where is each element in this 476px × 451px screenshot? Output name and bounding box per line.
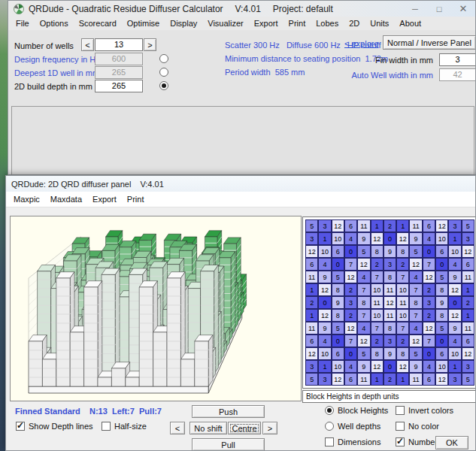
menu-item-file[interactable]: File <box>11 19 35 28</box>
menu-item-export[interactable]: Export <box>249 19 283 28</box>
panel-version-label: V:4.01 <box>140 180 163 189</box>
menu-item-maxpic[interactable]: Maxpic <box>8 195 45 204</box>
normal-inverse-panel-button[interactable]: Normal / Inverse Panel <box>383 35 476 50</box>
wells-decrement-button[interactable]: < <box>81 38 94 51</box>
menu-item-2d[interactable]: 2D <box>344 19 365 28</box>
grid-cell: 7 <box>409 283 422 296</box>
grid-cell: 0 <box>435 258 448 271</box>
centre-button[interactable]: Centre <box>228 422 261 434</box>
design-frequency-label: Design frequency in Hz <box>14 55 100 64</box>
grid-cell: 5 <box>332 322 344 334</box>
grid-cell: 11 <box>384 309 396 322</box>
2d-build-depth-field[interactable]: 265 <box>95 80 143 92</box>
auto-well-width-field[interactable]: 42 <box>439 68 476 81</box>
ok-button[interactable]: OK <box>435 436 468 449</box>
grid-cell: 8 <box>371 347 384 360</box>
grid-cell: 11 <box>357 373 370 386</box>
grid-cell: 1 <box>305 309 318 322</box>
menu-item-maxdata[interactable]: Maxdata <box>45 195 87 204</box>
number-of-wells-field[interactable]: 13 <box>95 38 143 51</box>
wells-increment-button[interactable]: > <box>144 38 156 51</box>
grid-cell: 7 <box>357 309 370 322</box>
well-depths-radio[interactable]: Well depths <box>325 422 380 431</box>
menu-item-scorecard[interactable]: Scorecard <box>74 19 122 28</box>
grid-cell: 7 <box>344 258 357 271</box>
no-shift-button[interactable]: No shift <box>189 422 227 434</box>
block-heights-grid: 5312611121116123531104912012941013121060… <box>305 219 474 386</box>
grid-cell: 12 <box>409 258 422 271</box>
version-label: V:4.01 <box>235 4 261 14</box>
grid-cell: 12 <box>409 334 422 347</box>
grid-cell: 0 <box>435 334 448 347</box>
grid-cell: 3 <box>318 373 331 386</box>
half-size-checkbox[interactable]: Half-size <box>102 422 147 431</box>
grid-cell: 12 <box>344 271 357 283</box>
grid-cell: 11 <box>371 296 384 309</box>
grid-cell: 10 <box>435 232 448 245</box>
2d-build-depth-radio[interactable] <box>159 81 168 90</box>
minimize-icon[interactable]: ─ <box>403 1 427 17</box>
panel-titlebar[interactable]: QRDude: 2D QRD diffuser panel V:4.01 <box>6 176 475 192</box>
diffuser-3d-view <box>10 216 302 401</box>
grid-cell: 5 <box>332 271 344 283</box>
design-frequency-field[interactable]: 600 <box>95 53 143 65</box>
grid-cell: 7 <box>396 271 409 283</box>
grid-cell: 1 <box>462 309 474 322</box>
grid-cell: 9 <box>384 347 396 360</box>
grid-cell: 1 <box>318 360 331 373</box>
grid-cell: 12 <box>332 219 344 232</box>
menu-item-visualizer[interactable]: Visualizer <box>202 19 249 28</box>
dimensions-checkbox[interactable]: Dimensions <box>325 437 380 446</box>
explore-link[interactable]: < explore <box>344 39 379 48</box>
menu-item-display[interactable]: Display <box>165 19 202 28</box>
grid-cell: 4 <box>409 322 422 334</box>
grid-cell: 5 <box>409 245 422 258</box>
grid-cell: 12 <box>448 283 461 296</box>
main-titlebar[interactable]: QRDude - Quadratic Residue Diffuser Calc… <box>8 1 475 17</box>
menu-item-export[interactable]: Export <box>87 195 122 204</box>
close-icon[interactable]: ✕ <box>451 1 475 17</box>
invert-colors-checkbox[interactable]: Invert colors <box>396 406 453 415</box>
grid-cell: 2 <box>423 309 435 322</box>
pull-button[interactable]: Pull <box>192 438 265 451</box>
grid-cell: 11 <box>409 373 422 386</box>
grid-cell: 2 <box>344 283 357 296</box>
grid-cell: 12 <box>318 309 331 322</box>
grid-cell: 12 <box>305 347 318 360</box>
grid-cell: 6 <box>423 373 435 386</box>
maximize-icon[interactable]: □ <box>427 1 451 17</box>
grid-cell: 12 <box>384 296 396 309</box>
grid-cell: 6 <box>423 219 435 232</box>
grid-cell: 2 <box>371 258 384 271</box>
grid-cell: 9 <box>357 232 370 245</box>
menu-item-optimise[interactable]: Optimise <box>122 19 165 28</box>
shift-right-button[interactable]: > <box>262 422 277 434</box>
grid-cell: 8 <box>435 283 448 296</box>
menu-item-options[interactable]: Options <box>35 19 74 28</box>
grid-cell: 12 <box>371 232 384 245</box>
menu-item-print[interactable]: Print <box>283 19 311 28</box>
grid-cell: 5 <box>435 322 448 334</box>
deepest-1d-well-radio[interactable] <box>159 68 168 77</box>
grid-cell: 10 <box>318 245 331 258</box>
fin-width-field[interactable]: 3 <box>439 53 476 66</box>
grid-cell: 12 <box>305 245 318 258</box>
no-color-checkbox[interactable]: No color <box>396 422 439 431</box>
grid-cell: 7 <box>396 322 409 334</box>
show-depth-lines-checkbox[interactable]: Show Depth lines <box>16 422 93 431</box>
block-heights-radio[interactable]: Block Heights <box>325 406 388 415</box>
grid-cell: 0 <box>318 296 331 309</box>
shift-left-button[interactable]: < <box>170 422 185 434</box>
grid-cell: 12 <box>332 373 344 386</box>
deepest-1d-well-field[interactable]: 265 <box>95 66 143 79</box>
grid-cell: 11 <box>396 296 409 309</box>
design-frequency-radio[interactable] <box>159 54 168 63</box>
panel-window-title: QRDude: 2D QRD diffuser panel <box>11 180 131 189</box>
menu-item-print[interactable]: Print <box>122 195 150 204</box>
grid-cell: 5 <box>462 373 474 386</box>
push-button[interactable]: Push <box>192 405 265 418</box>
menu-item-units[interactable]: Units <box>365 19 394 28</box>
menu-item-about[interactable]: About <box>394 19 426 28</box>
menu-item-lobes[interactable]: Lobes <box>311 19 344 28</box>
grid-cell: 6 <box>462 334 474 347</box>
